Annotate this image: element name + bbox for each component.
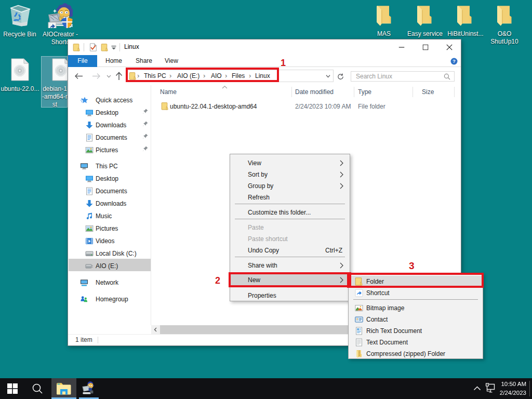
svg-text:?: ? bbox=[453, 58, 456, 64]
